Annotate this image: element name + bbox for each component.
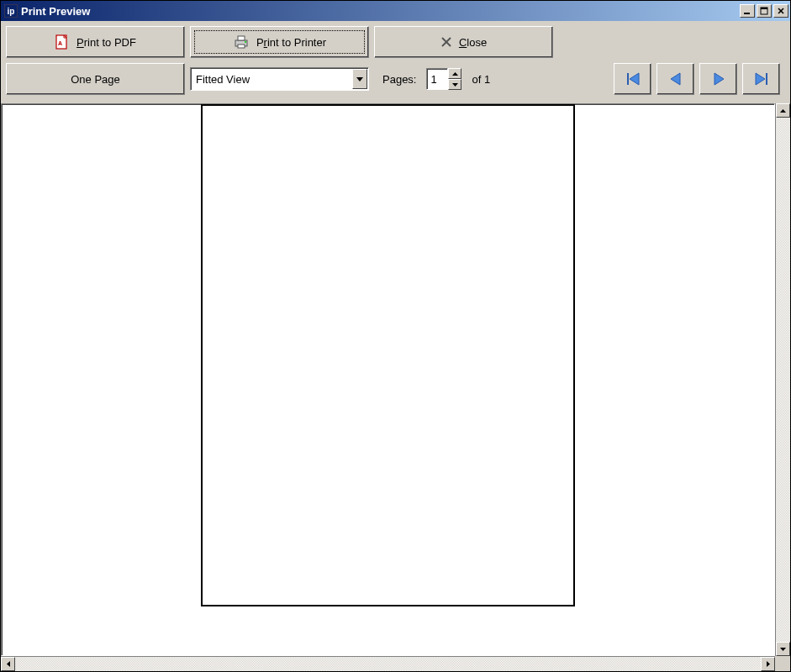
scroll-right-button[interactable] bbox=[761, 657, 775, 671]
close-x-icon bbox=[777, 7, 785, 15]
page-total-label: of 1 bbox=[472, 73, 490, 86]
scroll-up-button[interactable] bbox=[776, 103, 790, 118]
window-title: Print Preview bbox=[21, 5, 738, 18]
next-page-icon bbox=[710, 71, 727, 87]
page-thumbnail bbox=[201, 104, 575, 606]
prev-page-icon bbox=[667, 71, 684, 87]
next-page-button[interactable] bbox=[699, 63, 737, 95]
horizontal-scrollbar[interactable] bbox=[1, 656, 775, 671]
resize-grip[interactable] bbox=[775, 656, 790, 671]
svg-text:A: A bbox=[58, 40, 62, 46]
maximize-button[interactable] bbox=[757, 4, 772, 18]
print-to-pdf-label: Print to PDF bbox=[76, 36, 136, 49]
print-preview-window: ip Print Preview A Print to PDF Print bbox=[0, 0, 791, 672]
page-spinner bbox=[426, 68, 461, 90]
minimize-icon bbox=[743, 7, 751, 15]
one-page-label: One Page bbox=[71, 73, 120, 86]
svg-marker-19 bbox=[715, 73, 724, 85]
close-label: Close bbox=[459, 36, 487, 49]
toolbar: A Print to PDF Print to Printer Close On… bbox=[1, 21, 790, 103]
app-icon: ip bbox=[4, 4, 18, 18]
page-spin-down[interactable] bbox=[448, 79, 461, 90]
svg-rect-2 bbox=[761, 8, 767, 9]
maximize-icon bbox=[760, 7, 768, 15]
svg-point-10 bbox=[245, 41, 246, 43]
view-dropdown-value: Fitted View bbox=[196, 73, 250, 86]
scroll-down-button[interactable] bbox=[776, 642, 790, 656]
minimize-button[interactable] bbox=[740, 4, 755, 18]
first-page-button[interactable] bbox=[614, 63, 651, 95]
toolbar-row-2: One Page Fitted View Pages: bbox=[6, 63, 785, 95]
printer-icon bbox=[233, 34, 250, 50]
svg-marker-15 bbox=[452, 83, 458, 87]
page-nav-group bbox=[614, 63, 785, 95]
svg-marker-17 bbox=[630, 73, 639, 85]
svg-marker-13 bbox=[356, 77, 363, 81]
triangle-down-icon bbox=[780, 648, 786, 651]
close-button[interactable]: Close bbox=[374, 26, 553, 58]
last-page-icon bbox=[753, 71, 770, 87]
vertical-scrollbar[interactable] bbox=[775, 103, 790, 656]
preview-viewport[interactable] bbox=[1, 103, 775, 656]
view-dropdown[interactable]: Fitted View bbox=[190, 67, 369, 91]
pdf-icon: A bbox=[55, 34, 70, 50]
prev-page-button[interactable] bbox=[657, 63, 694, 95]
page-spin-up[interactable] bbox=[448, 68, 461, 79]
svg-rect-0 bbox=[744, 13, 750, 14]
first-page-icon bbox=[625, 71, 641, 87]
chevron-down-icon bbox=[356, 77, 363, 81]
print-to-pdf-button[interactable]: A Print to PDF bbox=[6, 26, 185, 58]
svg-marker-25 bbox=[767, 661, 770, 667]
triangle-left-icon bbox=[7, 661, 10, 667]
triangle-up-icon bbox=[452, 72, 458, 76]
svg-marker-20 bbox=[756, 73, 765, 85]
print-to-printer-button[interactable]: Print to Printer bbox=[190, 26, 369, 58]
last-page-button[interactable] bbox=[742, 63, 780, 95]
dropdown-arrow-button[interactable] bbox=[352, 69, 367, 89]
close-icon bbox=[440, 36, 452, 48]
hscroll-track[interactable] bbox=[15, 657, 761, 671]
svg-marker-18 bbox=[671, 73, 680, 85]
svg-marker-24 bbox=[7, 661, 10, 667]
triangle-down-icon bbox=[452, 83, 458, 87]
print-to-printer-label: Print to Printer bbox=[256, 36, 326, 49]
scroll-left-button[interactable] bbox=[1, 657, 15, 671]
bottom-strip bbox=[1, 656, 790, 671]
titlebar: ip Print Preview bbox=[1, 1, 790, 21]
close-window-button[interactable] bbox=[773, 4, 788, 18]
svg-rect-9 bbox=[238, 45, 245, 48]
page-number-input[interactable] bbox=[426, 68, 448, 90]
triangle-right-icon bbox=[767, 661, 770, 667]
svg-marker-22 bbox=[780, 109, 786, 113]
svg-marker-14 bbox=[452, 72, 458, 76]
one-page-button[interactable]: One Page bbox=[6, 63, 185, 95]
triangle-up-icon bbox=[780, 109, 786, 113]
pages-label: Pages: bbox=[382, 73, 416, 86]
preview-area bbox=[1, 103, 790, 656]
vscroll-track[interactable] bbox=[776, 118, 790, 642]
svg-marker-23 bbox=[780, 648, 786, 651]
svg-rect-8 bbox=[238, 36, 245, 40]
toolbar-row-1: A Print to PDF Print to Printer Close bbox=[6, 26, 785, 58]
